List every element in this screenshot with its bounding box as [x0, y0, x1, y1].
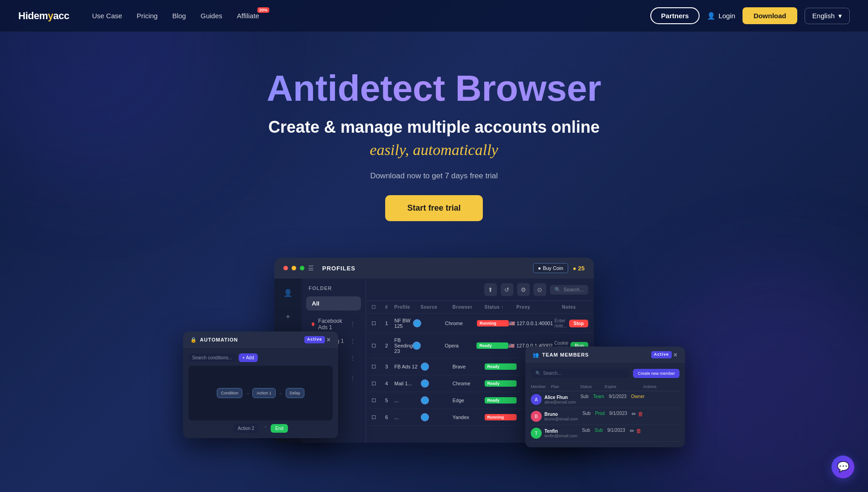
source-icon: 🌐 [421, 396, 429, 404]
nav-right: Partners 👤 Login Download English ▾ [650, 7, 850, 24]
status-badge: Running [477, 320, 509, 326]
window-actions: ● Buy Coin ● 25 [533, 263, 585, 273]
folder-all[interactable]: All [306, 296, 361, 311]
status-badge: Ready [485, 363, 517, 370]
diagram-action-node: Action 2 [233, 424, 259, 433]
team-table-header: Member Plan Status Expire Actions [531, 383, 680, 391]
chevron-down-icon: ▾ [838, 12, 842, 20]
table-row: T Tenfin tenfin@email.com Sub Sub 9/1/20… [531, 425, 680, 442]
automation-diagram: Condition → Action 1 → Delay [188, 366, 333, 420]
filter-icon[interactable]: ⊙ [533, 283, 546, 296]
avatar: B [531, 411, 542, 422]
search-box[interactable]: 🔍 Search... [550, 285, 588, 295]
diagram-end-node: End [271, 424, 288, 433]
delete-icon[interactable]: 🗑 [636, 428, 642, 439]
nav-guides[interactable]: Guides [200, 12, 222, 20]
team-search[interactable]: 🔍 Search... [531, 368, 629, 378]
chat-button[interactable]: 💬 [831, 456, 854, 478]
hamburger-icon: ☰ [308, 264, 314, 272]
export-icon[interactable]: ⬆ [484, 283, 497, 296]
folder-header: FOLDER [306, 285, 361, 291]
partners-button[interactable]: Partners [650, 7, 700, 24]
source-icon: 🌐 [413, 342, 421, 350]
nav-blog[interactable]: Blog [172, 12, 186, 20]
start-trial-button[interactable]: Start free trial [385, 195, 482, 221]
automation-window: 🔒 AUTOMATION Active × Search conditions.… [183, 331, 338, 438]
source-icon: 🌐 [421, 379, 429, 388]
table-row: B Bruno bruno@email.com Sub Prod 9/1/202… [531, 408, 680, 425]
lock-icon: 🔒 [190, 337, 197, 343]
sidebar-add-icon[interactable]: ＋ [281, 309, 295, 324]
source-icon: 🌐 [413, 319, 421, 327]
status-badge: Running [485, 414, 517, 420]
coin-icon: ● [538, 265, 541, 271]
folder-menu-icon[interactable]: ⋮ [350, 321, 356, 327]
profiles-window-header: ☰ PROFILES ● Buy Coin ● 25 [274, 258, 594, 279]
status-badge: Active [304, 336, 325, 343]
hero-subtitle: Create & manage multiple accounts online [9, 118, 859, 137]
avatar: A [531, 394, 542, 405]
download-button[interactable]: Download [743, 7, 797, 24]
settings-icon[interactable]: ⚙ [517, 283, 530, 296]
nav-use-case[interactable]: Use Case [92, 12, 122, 20]
table-row: A Alice Fhun alice@email.com Sub Team 9/… [531, 391, 680, 408]
folder-menu-icon[interactable]: ⋮ [350, 375, 356, 381]
hero-download-text: Download now to get 7 days free trial [9, 171, 859, 181]
refresh-icon[interactable]: ↺ [501, 283, 513, 296]
buy-coin-button[interactable]: ● Buy Coin [533, 263, 568, 273]
nav-affiliate[interactable]: Affiliate 20% [237, 12, 259, 20]
hero-subtitle-italic: easily, automatically [9, 141, 859, 159]
create-member-button[interactable]: Create new member [633, 369, 680, 378]
close-icon[interactable]: × [327, 336, 331, 343]
nav-pricing[interactable]: Pricing [137, 12, 158, 20]
team-icon: 👥 [533, 352, 539, 358]
folder-menu-icon[interactable]: ⋮ [350, 338, 356, 344]
edit-icon[interactable]: ✏ [630, 428, 634, 439]
delete-icon[interactable]: 🗑 [638, 411, 643, 422]
stop-button[interactable]: Stop [569, 320, 588, 327]
folder-menu-icon[interactable]: ⋮ [350, 355, 356, 361]
add-condition-btn[interactable]: + Add [239, 353, 258, 362]
avatar: T [531, 428, 542, 439]
edit-icon[interactable]: ✏ [632, 411, 636, 422]
login-button[interactable]: 👤 Login [707, 12, 735, 20]
close-icon[interactable]: × [674, 351, 678, 358]
table-row: ☐ 1 NF BW 125 🌐 Chrome Running 🇺🇸 127.0.… [366, 314, 594, 333]
team-status-badge: Active [651, 351, 672, 358]
user-icon: 👤 [707, 12, 716, 20]
logo[interactable]: Hidemyacc [18, 10, 69, 22]
diagram-nodes: Condition → Action 1 → Delay [212, 383, 309, 403]
window-dot-red [283, 266, 288, 270]
coin-count: ● 25 [573, 265, 585, 272]
nav-links: Use Case Pricing Blog Guides Affiliate 2… [92, 12, 650, 20]
automation-header: 🔒 AUTOMATION Active × [183, 331, 338, 348]
team-header: 👥 TEAM MEMBERS Active × [525, 347, 685, 363]
diagram-node: Condition [217, 388, 242, 398]
automation-search[interactable]: Search conditions... [188, 353, 236, 362]
affiliate-badge: 20% [257, 7, 269, 13]
screenshots-section: ☰ PROFILES ● Buy Coin ● 25 👤 ＋ ⚡ ⊞ ↑ 👥 [183, 258, 685, 443]
status-badge: Ready [485, 397, 517, 404]
diagram-node: Action 1 [252, 388, 276, 398]
automation-body: Search conditions... + Add Condition → A… [183, 348, 338, 438]
status-badge: Ready [476, 342, 508, 349]
language-selector[interactable]: English ▾ [805, 8, 850, 24]
search-icon: 🔍 [535, 371, 541, 376]
folder-dot [312, 322, 314, 326]
window-dot-green [300, 266, 304, 270]
team-body: 🔍 Search... Create new member Member Pla… [525, 363, 685, 447]
team-window: 👥 TEAM MEMBERS Active × 🔍 Search... Crea… [525, 347, 685, 447]
profiles-toolbar: ⬆ ↺ ⚙ ⊙ 🔍 Search... [366, 279, 594, 301]
search-icon: 🔍 [554, 287, 561, 293]
table-header: ☐ # Profile Source Browser Status ↑ Prox… [366, 301, 594, 314]
source-icon: 🌐 [421, 363, 429, 371]
hero-section: Antidetect Browser Create & manage multi… [0, 32, 868, 249]
status-badge: Ready [485, 380, 517, 387]
sidebar-profile-icon[interactable]: 👤 [281, 285, 295, 300]
diagram-node: Delay [286, 388, 304, 398]
hero-title: Antidetect Browser [9, 68, 859, 109]
source-icon: 🌐 [421, 413, 429, 421]
navbar: Hidemyacc Use Case Pricing Blog Guides A… [0, 0, 868, 32]
profiles-title: PROFILES [322, 265, 356, 272]
window-dot-yellow [292, 266, 296, 270]
